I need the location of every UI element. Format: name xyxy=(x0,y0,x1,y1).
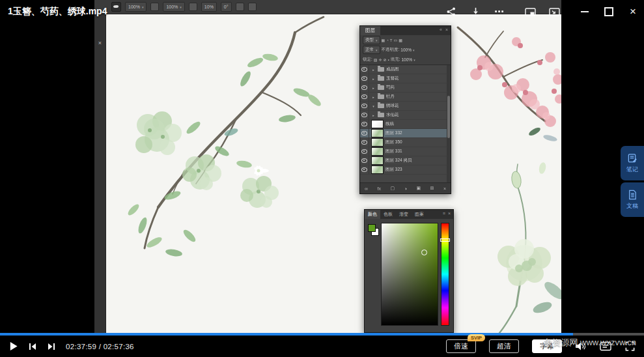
quality-button[interactable]: 超清 xyxy=(489,339,519,353)
group-name: 水仙花 xyxy=(386,112,399,118)
filter-adjustment-icon: ◔ xyxy=(386,38,389,42)
eye-icon xyxy=(361,140,367,145)
layer-thumbnail xyxy=(371,165,384,174)
airbrush-icon xyxy=(189,3,197,11)
panel-menu-icon: ≡ xyxy=(443,211,445,219)
layers-list: 成品图 玉簪花 芍药 牡丹 xyxy=(360,64,451,182)
visibility-toggle xyxy=(360,129,369,137)
visibility-toggle xyxy=(360,102,369,110)
visibility-toggle xyxy=(360,111,369,119)
layer-group-row: 成品图 xyxy=(360,65,451,74)
expand-arrow-icon xyxy=(371,86,376,90)
download-icon[interactable] xyxy=(469,6,481,18)
lock-transparent-icon: ▨ xyxy=(374,57,378,62)
folder-icon xyxy=(378,67,384,72)
layer-thumbnail xyxy=(371,156,384,165)
group-name: 绣球花 xyxy=(386,103,399,109)
layer-group-row: 牡丹 xyxy=(360,93,451,102)
hue-slider-marker xyxy=(440,238,450,242)
next-button[interactable] xyxy=(47,342,56,351)
layer-name: 图层 350 xyxy=(385,139,402,145)
brush-tool-icon xyxy=(111,2,121,12)
layer-name: 图层 323 xyxy=(385,167,402,173)
folder-icon xyxy=(378,94,384,99)
previous-button[interactable] xyxy=(28,342,37,351)
tab-color: 颜色 xyxy=(365,210,380,219)
eye-icon xyxy=(361,76,367,81)
minimize-button[interactable] xyxy=(579,6,591,18)
share-icon[interactable] xyxy=(445,6,457,18)
angle-field: 0° xyxy=(221,2,232,12)
pressure-size-icon xyxy=(236,3,244,11)
layer-group-row: 芍药 xyxy=(360,83,451,93)
layer-thumbnail xyxy=(371,120,384,128)
maximize-button[interactable] xyxy=(603,6,615,18)
close-button[interactable]: × xyxy=(627,6,639,18)
eye-icon xyxy=(361,85,367,90)
layer-row: 线稿 xyxy=(360,120,451,129)
layer-name: 图层 331 xyxy=(385,149,402,154)
expand-arrow-icon xyxy=(371,95,376,99)
filter-type-dropdown: 类型▾ xyxy=(363,36,380,44)
layers-footer: ∞ fx ▢ ◑ ▣ ⊞ × xyxy=(360,182,451,193)
layer-row: 图层 324 拷贝 xyxy=(360,156,451,165)
eye-icon xyxy=(361,158,367,163)
visibility-toggle xyxy=(360,165,369,174)
visibility-toggle xyxy=(360,93,369,101)
filter-smart-icon: ▩ xyxy=(399,38,402,42)
layer-group-row: 绣球花 xyxy=(360,102,451,111)
lock-all-icon: ⊘ xyxy=(384,57,387,62)
flow-dropdown: 100%▾ xyxy=(163,2,184,12)
eye-icon xyxy=(361,104,367,108)
progress-bar[interactable] xyxy=(0,333,644,336)
progress-fill xyxy=(0,333,573,336)
layer-row: 图层 350 xyxy=(360,138,451,147)
mini-player-icon[interactable] xyxy=(548,6,560,18)
layer-thumbnail xyxy=(371,138,384,147)
layer-thumbnail xyxy=(371,129,384,137)
visibility-toggle xyxy=(360,120,369,128)
visibility-toggle xyxy=(360,65,369,74)
layers-blend-row: 正常▾ 不透明度: 100% ▾ xyxy=(360,45,451,55)
opacity-value: 100% xyxy=(400,48,412,52)
layer-row: 图层 331 xyxy=(360,147,451,156)
layer-effects-icon: fx xyxy=(378,186,381,191)
visibility-toggle xyxy=(360,83,369,92)
expand-arrow-icon xyxy=(371,113,376,117)
side-tool-panel: 笔记 文稿 xyxy=(621,146,644,217)
video-content[interactable]: 100%▾ 100%▾ 10% 0° xyxy=(94,0,561,333)
layer-row: 图层 323 xyxy=(360,165,451,175)
visibility-toggle xyxy=(360,138,369,147)
layer-name: 图层 332 xyxy=(385,130,402,136)
folder-icon xyxy=(378,85,384,90)
layers-lock-row: 锁定: ▨ ✛ ⊘ ▪ 填充: 100% ▾ xyxy=(360,55,451,64)
play-button[interactable] xyxy=(8,341,18,352)
layer-name: 图层 324 拷贝 xyxy=(385,158,412,164)
pip-icon[interactable] xyxy=(524,6,536,18)
color-field xyxy=(381,223,438,326)
tab-swatches: 色板 xyxy=(380,210,396,219)
group-name: 玉簪花 xyxy=(386,76,399,81)
ps-color-panel: 颜色 色板 渐变 图案 ≡ × xyxy=(364,209,454,333)
notes-button[interactable]: 笔记 xyxy=(621,146,644,180)
new-group-icon: ▣ xyxy=(416,186,421,191)
filter-pixel-icon: ▦ xyxy=(382,38,385,42)
symmetry-icon xyxy=(248,3,257,11)
delete-layer-icon: × xyxy=(443,186,446,191)
eye-icon xyxy=(361,122,367,126)
video-player: 100%▾ 100%▾ 10% 0° xyxy=(0,0,644,357)
more-options-icon[interactable]: ⋯ xyxy=(494,6,505,18)
expand-arrow-icon xyxy=(371,77,376,81)
group-name: 成品图 xyxy=(386,66,399,72)
top-icon-bar: ⋯ × xyxy=(445,6,639,18)
eye-icon xyxy=(361,94,367,99)
playback-speed-button[interactable]: 倍速 SVIP xyxy=(446,339,476,353)
filter-type-icon: T xyxy=(390,38,393,42)
layers-tab: 图层 xyxy=(360,26,380,35)
transcript-button[interactable]: 文稿 xyxy=(621,182,644,217)
visibility-toggle xyxy=(360,74,369,83)
opacity-label: 不透明度: xyxy=(382,47,400,53)
eye-icon xyxy=(361,67,367,72)
link-layers-icon: ∞ xyxy=(365,186,368,191)
transcript-icon xyxy=(627,190,637,200)
